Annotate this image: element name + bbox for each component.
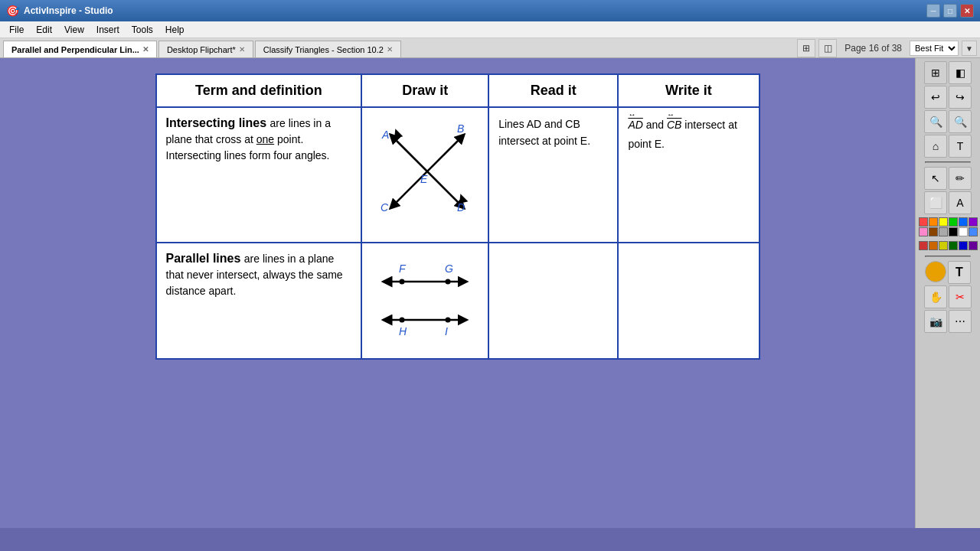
label-A: A	[381, 129, 389, 141]
maximize-button[interactable]: □	[943, 4, 957, 18]
color-white[interactable]	[959, 227, 968, 236]
tab-classify[interactable]: Classify Triangles - Section 10.2 ✕	[255, 41, 401, 57]
panel-row-1: ⊞ ◧	[924, 61, 972, 84]
tool-scissor[interactable]: ✂	[949, 285, 972, 308]
header-read: Read it	[488, 74, 618, 107]
color-ltblue[interactable]	[969, 227, 978, 236]
panel-btn-6[interactable]: T	[949, 135, 972, 158]
label-F: F	[399, 262, 407, 275]
panel-tools-row-1: ↖ ✏	[924, 167, 972, 190]
tab-parallel-label: Parallel and Perpendicular Lin...	[11, 45, 139, 54]
color-darkblue[interactable]	[959, 241, 968, 250]
color-darkpurple[interactable]	[969, 241, 978, 250]
app-icon: 🎯	[6, 5, 19, 17]
color-darkyellow[interactable]	[939, 241, 948, 250]
panel-btn-1[interactable]: ⊞	[924, 61, 947, 84]
term-bold-parallel: Parallel lines	[166, 252, 241, 265]
tool-extra[interactable]: ⋯	[949, 310, 972, 333]
right-panel: ⊞ ◧ ↩ ↪ 🔍 🔍 ⌂ T ↖ ✏ ⬜ A	[915, 58, 980, 528]
panel-btn-2[interactable]: ◧	[949, 61, 972, 84]
color-orange[interactable]	[929, 217, 938, 227]
page-nav-dropdown[interactable]: ▼	[962, 41, 977, 56]
color-purple[interactable]	[969, 217, 978, 227]
term-bold-intersecting: Intersecting lines	[166, 116, 267, 129]
tab-parallel[interactable]: Parallel and Perpendicular Lin... ✕	[3, 41, 157, 57]
fit-select[interactable]: Best Fit 100% 75%	[910, 41, 959, 56]
tool-t[interactable]: T	[948, 261, 971, 284]
svg-point-7	[446, 279, 451, 285]
tab-desktop-label: Desktop Flipchart*	[167, 45, 236, 54]
write-cell-intersecting: AD ↔ and CB ↔ intersect at point E.	[618, 107, 759, 243]
menu-help[interactable]: Help	[159, 23, 191, 37]
menu-file[interactable]: File	[3, 23, 30, 37]
term-cell-parallel: Parallel lines are lines in a plane that…	[156, 243, 362, 359]
panel-btn-4[interactable]: ↪	[949, 86, 972, 109]
color-darkred[interactable]	[919, 241, 928, 250]
main-area: Term and definition Draw it Read it Writ…	[0, 58, 980, 528]
svg-point-9	[400, 318, 405, 323]
titlebar: 🎯 ActivInspire - Studio ─ □ ✕	[0, 0, 980, 21]
panel-btn-3[interactable]: ↩	[924, 86, 947, 109]
view-toggle-1[interactable]: ⊞	[797, 39, 815, 57]
draw-cell-parallel: F G H I	[361, 243, 488, 359]
color-darkgreen[interactable]	[949, 241, 958, 250]
write-cell-parallel	[618, 243, 759, 359]
color-blue[interactable]	[959, 217, 968, 227]
panel-row-3: 🔍 🔍	[924, 110, 972, 133]
color-red[interactable]	[919, 217, 928, 227]
color-green[interactable]	[949, 217, 958, 227]
color-darkorange[interactable]	[929, 241, 938, 250]
tab-desktop-close[interactable]: ✕	[239, 45, 245, 54]
header-term: Term and definition	[156, 74, 362, 107]
tool-camera[interactable]: 📷	[924, 310, 947, 333]
label-H: H	[399, 325, 407, 337]
color-palette-2	[919, 241, 978, 250]
panel-btn-zoom-out[interactable]: 🔍	[949, 110, 972, 133]
tab-desktop[interactable]: Desktop Flipchart* ✕	[158, 41, 253, 57]
label-G: G	[445, 262, 453, 275]
menubar: File Edit View Insert Tools Help	[0, 21, 980, 38]
label-I: I	[445, 325, 448, 337]
read-cell-parallel	[488, 243, 618, 359]
view-toggle-2[interactable]: ◫	[818, 39, 837, 57]
svg-point-6	[400, 279, 405, 285]
panel-btn-5[interactable]: ⌂	[924, 135, 947, 158]
tool-pen[interactable]: ✏	[949, 167, 972, 190]
canvas: Term and definition Draw it Read it Writ…	[0, 58, 915, 528]
menu-tools[interactable]: Tools	[126, 23, 159, 37]
parallel-lines-diagram: F G H I	[371, 251, 479, 350]
menu-view[interactable]: View	[58, 23, 90, 37]
panel-btn-zoom-in[interactable]: 🔍	[924, 110, 947, 133]
intersecting-lines-diagram: A B C D E	[371, 116, 479, 234]
tool-select[interactable]: ↖	[924, 167, 947, 190]
color-pink[interactable]	[919, 227, 928, 236]
panel-tools-row-3: T	[925, 261, 971, 284]
menu-edit[interactable]: Edit	[30, 23, 58, 37]
panel-tools-row-2: ⬜ A	[924, 191, 972, 214]
header-draw: Draw it	[361, 74, 488, 107]
menu-insert[interactable]: Insert	[90, 23, 126, 37]
label-C: C	[381, 201, 389, 214]
label-D: D	[457, 201, 465, 214]
page-text: Page 16 of 38	[844, 43, 902, 54]
header-write: Write it	[618, 74, 759, 107]
tool-circle[interactable]	[925, 261, 946, 282]
tab-parallel-close[interactable]: ✕	[142, 45, 149, 54]
color-gray[interactable]	[939, 227, 948, 236]
color-black[interactable]	[949, 227, 958, 236]
close-button[interactable]: ✕	[960, 4, 974, 18]
color-brown[interactable]	[929, 227, 938, 236]
tab-classify-close[interactable]: ✕	[387, 45, 393, 54]
tool-eraser[interactable]: ⬜	[924, 191, 947, 214]
tool-hand[interactable]: ✋	[924, 285, 947, 308]
read-cell-intersecting: Lines AD and CB intersect at point E.	[488, 107, 618, 243]
minimize-button[interactable]: ─	[926, 4, 940, 18]
color-yellow[interactable]	[939, 217, 948, 227]
titlebar-controls: ─ □ ✕	[926, 4, 974, 18]
write-text-intersecting: AD ↔ and CB ↔ intersect at point E.	[628, 116, 749, 154]
label-B: B	[457, 122, 464, 135]
panel-row-4: ⌂ T	[924, 135, 972, 158]
tool-text[interactable]: A	[949, 191, 972, 214]
term-cell-intersecting: Intersecting lines are lines in a plane …	[156, 107, 362, 243]
read-text-intersecting: Lines AD and CB intersect at point E.	[498, 118, 590, 147]
